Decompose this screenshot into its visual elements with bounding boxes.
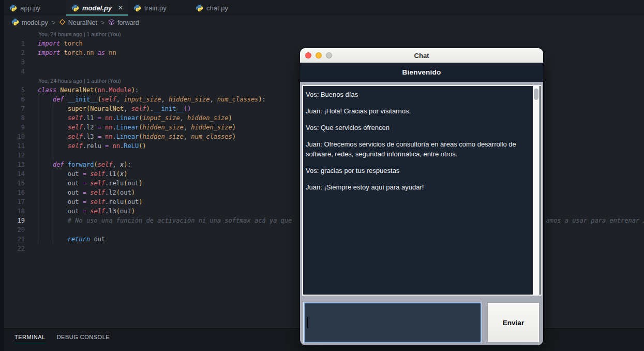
code-line-text: return out: [38, 235, 105, 244]
code-line-text: out = self.l3(out): [38, 207, 135, 216]
breadcrumb-item-label: model.py: [22, 19, 48, 26]
breadcrumb-item-label: NeuralNet: [68, 19, 97, 26]
tab-label: train.py: [144, 4, 167, 12]
panel-tab-debug-console[interactable]: DEBUG CONSOLE: [57, 334, 110, 343]
chat-scrollbar[interactable]: [533, 86, 540, 295]
blame-text: You, 24 hours ago | 1 author (You): [38, 76, 121, 85]
chat-window-title: Chat: [414, 52, 429, 60]
breadcrumb: model.py>NeuralNet>forward: [0, 16, 644, 30]
chat-scrollbar-thumb[interactable]: [534, 89, 538, 100]
chat-welcome-header: Bienvenido: [300, 63, 543, 82]
minimize-button[interactable]: [316, 52, 322, 58]
tab-app-py[interactable]: app.py: [4, 0, 66, 16]
code-line-text: def forward(self, x):: [38, 160, 131, 169]
indent-guide: [38, 225, 38, 235]
chat-message-area: Vos: Buenos díasJuan: ¡Hola! Gracias por…: [302, 85, 542, 296]
breadcrumb-item-label: forward: [117, 19, 139, 26]
code-line-text: self.l2 = nn.Linear(hidden_size, hidden_…: [38, 123, 236, 132]
code-line-text: super(NeuralNet, self).__init__(): [38, 104, 191, 113]
code-line-text: self.relu = nn.ReLU(): [38, 141, 146, 151]
code-line-text: self.l3 = nn.Linear(hidden_size, num_cla…: [38, 132, 236, 141]
code-line-text: import torch.nn as nn: [38, 48, 116, 57]
python-icon: [9, 4, 17, 12]
chat-welcome-label: Bienvenido: [402, 68, 441, 76]
code-line-text: out = self.l2(out): [38, 188, 135, 197]
editor-tab-bar: app.pymodel.py✕train.pychat.py: [0, 0, 644, 16]
chat-message: Vos: gracias por tus respuestas: [306, 166, 528, 176]
blame-annotation: You, 24 hours ago | 1 author (You): [0, 30, 644, 39]
python-icon: [133, 4, 141, 12]
indent-guide: [53, 151, 53, 160]
zoom-button[interactable]: [326, 52, 332, 58]
python-icon: [71, 4, 79, 12]
traffic-lights: [305, 52, 332, 58]
chat-titlebar[interactable]: Chat: [300, 48, 543, 63]
close-tab-icon[interactable]: ✕: [118, 4, 123, 11]
chat-message: Juan: Ofrecemos servicios de consultoría…: [306, 139, 528, 159]
tab-chat-py[interactable]: chat.py: [190, 0, 252, 16]
chat-window: Chat Bienvenido Vos: Buenos díasJuan: ¡H…: [300, 48, 543, 345]
panel-tab-terminal[interactable]: TERMINAL: [14, 334, 46, 343]
code-line-text: class NeuralNet(nn.Module):: [38, 85, 139, 95]
tab-train-py[interactable]: train.py: [128, 0, 190, 16]
breadcrumb-separator: >: [52, 19, 55, 26]
indent-guide: [53, 225, 53, 235]
python-icon: [196, 4, 203, 12]
python-icon: [11, 18, 19, 27]
chat-message: Vos: Que servicios ofrencen: [306, 123, 528, 133]
blame-text: You, 24 hours ago | 1 author (You): [38, 30, 121, 39]
breadcrumb-item[interactable]: NeuralNet: [59, 19, 97, 27]
chat-message: Juan: ¡Hola! Gracias por visitarnos.: [306, 106, 528, 116]
chat-input[interactable]: [304, 302, 482, 343]
chat-message: Vos: Buenos días: [306, 90, 528, 99]
send-button[interactable]: Enviar: [487, 302, 540, 343]
window-left-edge: [0, 0, 4, 351]
chat-message-list: Vos: Buenos díasJuan: ¡Hola! Gracias por…: [303, 86, 541, 295]
breadcrumb-separator: >: [101, 19, 104, 26]
code-line[interactable]: 1import torch: [0, 39, 644, 48]
breadcrumb-item[interactable]: forward: [108, 19, 139, 27]
code-line-text: out = self.relu(out): [38, 197, 142, 207]
tab-label: model.py: [82, 4, 112, 12]
code-line-text: def __init__(self, input_size, hidden_si…: [38, 95, 266, 104]
code-line-text: import torch: [38, 39, 83, 48]
code-line-text: out = self.l1(x): [38, 169, 127, 179]
chat-message: Juan: ¡Siempre estoy aquí para ayudar!: [306, 182, 528, 192]
tab-model-py[interactable]: model.py✕: [66, 0, 128, 16]
code-line-text: self.l1 = nn.Linear(input_size, hidden_s…: [38, 113, 232, 123]
text-caret: [307, 317, 308, 328]
method-icon: [108, 19, 115, 27]
tab-label: chat.py: [206, 4, 228, 12]
breadcrumb-item[interactable]: model.py: [11, 18, 48, 27]
tab-label: app.py: [20, 4, 40, 12]
code-line-text: out = self.relu(out): [38, 179, 142, 188]
class-icon: [59, 19, 66, 27]
close-button[interactable]: [305, 52, 311, 58]
indent-guide: [38, 151, 38, 160]
